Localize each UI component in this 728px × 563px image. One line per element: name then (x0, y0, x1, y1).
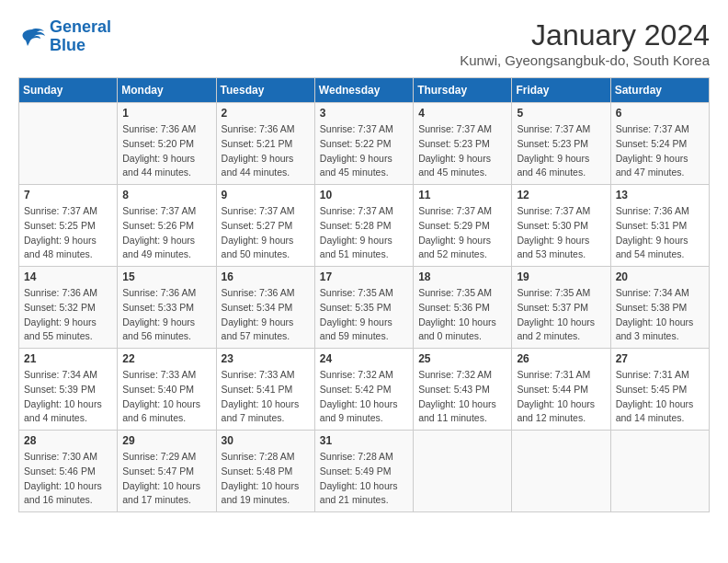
calendar-cell (414, 431, 512, 512)
day-number: 28 (24, 434, 112, 447)
day-info: Sunrise: 7:36 AMSunset: 5:34 PMDaylight:… (222, 286, 310, 344)
calendar-cell: 14Sunrise: 7:36 AMSunset: 5:32 PMDayligh… (19, 267, 118, 349)
calendar-cell: 31Sunrise: 7:28 AMSunset: 5:49 PMDayligh… (314, 431, 413, 512)
logo-icon (18, 26, 46, 48)
day-number: 7 (24, 189, 112, 201)
calendar-cell: 19Sunrise: 7:35 AMSunset: 5:37 PMDayligh… (512, 267, 610, 349)
day-info: Sunrise: 7:36 AMSunset: 5:20 PMDaylight:… (122, 122, 210, 180)
day-number: 11 (418, 189, 506, 201)
day-info: Sunrise: 7:37 AMSunset: 5:23 PMDaylight:… (418, 122, 506, 180)
day-number: 27 (616, 352, 704, 365)
day-number: 13 (616, 189, 704, 201)
calendar-cell (610, 431, 709, 512)
day-info: Sunrise: 7:37 AMSunset: 5:28 PMDaylight:… (320, 204, 408, 262)
calendar-cell: 29Sunrise: 7:29 AMSunset: 5:47 PMDayligh… (118, 431, 216, 512)
day-number: 3 (320, 107, 408, 120)
calendar-cell: 27Sunrise: 7:31 AMSunset: 5:45 PMDayligh… (610, 349, 709, 431)
day-info: Sunrise: 7:36 AMSunset: 5:33 PMDaylight:… (122, 286, 210, 344)
calendar-cell: 28Sunrise: 7:30 AMSunset: 5:46 PMDayligh… (19, 431, 118, 512)
day-info: Sunrise: 7:34 AMSunset: 5:38 PMDaylight:… (616, 286, 704, 344)
calendar-cell: 30Sunrise: 7:28 AMSunset: 5:48 PMDayligh… (216, 431, 314, 512)
day-info: Sunrise: 7:28 AMSunset: 5:49 PMDaylight:… (320, 450, 408, 508)
day-number: 26 (517, 352, 605, 365)
day-number: 31 (320, 434, 408, 447)
calendar-cell: 6Sunrise: 7:37 AMSunset: 5:24 PMDaylight… (610, 103, 709, 185)
day-number: 12 (517, 189, 605, 201)
day-info: Sunrise: 7:35 AMSunset: 5:35 PMDaylight:… (320, 286, 408, 344)
day-number: 6 (616, 107, 704, 120)
calendar-cell: 13Sunrise: 7:36 AMSunset: 5:31 PMDayligh… (610, 185, 709, 267)
day-number: 17 (320, 270, 408, 283)
weekday-header-thursday: Thursday (414, 78, 512, 103)
calendar-cell: 9Sunrise: 7:37 AMSunset: 5:27 PMDaylight… (216, 185, 314, 267)
calendar-cell: 15Sunrise: 7:36 AMSunset: 5:33 PMDayligh… (118, 267, 216, 349)
calendar-table: SundayMondayTuesdayWednesdayThursdayFrid… (18, 77, 710, 512)
calendar-cell: 20Sunrise: 7:34 AMSunset: 5:38 PMDayligh… (610, 267, 709, 349)
day-info: Sunrise: 7:37 AMSunset: 5:30 PMDaylight:… (517, 204, 605, 262)
day-info: Sunrise: 7:36 AMSunset: 5:31 PMDaylight:… (616, 204, 704, 262)
weekday-header-tuesday: Tuesday (216, 78, 314, 103)
day-info: Sunrise: 7:37 AMSunset: 5:22 PMDaylight:… (320, 122, 408, 180)
day-info: Sunrise: 7:33 AMSunset: 5:40 PMDaylight:… (122, 368, 210, 426)
day-info: Sunrise: 7:37 AMSunset: 5:27 PMDaylight:… (222, 204, 310, 262)
calendar-cell: 24Sunrise: 7:32 AMSunset: 5:42 PMDayligh… (314, 349, 413, 431)
weekday-header-wednesday: Wednesday (314, 78, 413, 103)
subtitle: Kunwi, Gyeongsangbuk-do, South Korea (460, 52, 710, 68)
day-number: 16 (222, 270, 310, 283)
day-info: Sunrise: 7:30 AMSunset: 5:46 PMDaylight:… (24, 450, 112, 508)
day-number: 20 (616, 270, 704, 283)
day-info: Sunrise: 7:35 AMSunset: 5:36 PMDaylight:… (418, 286, 506, 344)
day-info: Sunrise: 7:29 AMSunset: 5:47 PMDaylight:… (122, 450, 210, 508)
day-number: 24 (320, 352, 408, 365)
weekday-header-sunday: Sunday (19, 78, 118, 103)
day-info: Sunrise: 7:36 AMSunset: 5:21 PMDaylight:… (222, 122, 310, 180)
day-info: Sunrise: 7:33 AMSunset: 5:41 PMDaylight:… (222, 368, 310, 426)
day-info: Sunrise: 7:37 AMSunset: 5:26 PMDaylight:… (122, 204, 210, 262)
day-number: 2 (222, 107, 310, 120)
day-info: Sunrise: 7:32 AMSunset: 5:43 PMDaylight:… (418, 368, 506, 426)
calendar-cell: 22Sunrise: 7:33 AMSunset: 5:40 PMDayligh… (118, 349, 216, 431)
calendar-cell: 4Sunrise: 7:37 AMSunset: 5:23 PMDaylight… (414, 103, 512, 185)
day-number: 25 (418, 352, 506, 365)
calendar-cell: 16Sunrise: 7:36 AMSunset: 5:34 PMDayligh… (216, 267, 314, 349)
day-info: Sunrise: 7:31 AMSunset: 5:45 PMDaylight:… (616, 368, 704, 426)
calendar-cell: 5Sunrise: 7:37 AMSunset: 5:23 PMDaylight… (512, 103, 610, 185)
logo: General Blue (18, 18, 111, 55)
day-number: 29 (122, 434, 210, 447)
day-info: Sunrise: 7:35 AMSunset: 5:37 PMDaylight:… (517, 286, 605, 344)
day-number: 14 (24, 270, 112, 283)
calendar-cell: 17Sunrise: 7:35 AMSunset: 5:35 PMDayligh… (314, 267, 413, 349)
calendar-cell: 1Sunrise: 7:36 AMSunset: 5:20 PMDaylight… (118, 103, 216, 185)
day-info: Sunrise: 7:37 AMSunset: 5:29 PMDaylight:… (418, 204, 506, 262)
day-number: 18 (418, 270, 506, 283)
calendar-cell: 3Sunrise: 7:37 AMSunset: 5:22 PMDaylight… (314, 103, 413, 185)
calendar-cell (19, 103, 118, 185)
day-number: 10 (320, 189, 408, 201)
day-info: Sunrise: 7:37 AMSunset: 5:23 PMDaylight:… (517, 122, 605, 180)
calendar-cell: 12Sunrise: 7:37 AMSunset: 5:30 PMDayligh… (512, 185, 610, 267)
calendar-cell: 2Sunrise: 7:36 AMSunset: 5:21 PMDaylight… (216, 103, 314, 185)
day-info: Sunrise: 7:31 AMSunset: 5:44 PMDaylight:… (517, 368, 605, 426)
day-number: 8 (122, 189, 210, 201)
day-number: 23 (222, 352, 310, 365)
day-info: Sunrise: 7:37 AMSunset: 5:25 PMDaylight:… (24, 204, 112, 262)
title-section: January 2024 Kunwi, Gyeongsangbuk-do, So… (460, 18, 710, 68)
calendar-cell: 18Sunrise: 7:35 AMSunset: 5:36 PMDayligh… (414, 267, 512, 349)
day-number: 5 (517, 107, 605, 120)
calendar-cell: 21Sunrise: 7:34 AMSunset: 5:39 PMDayligh… (19, 349, 118, 431)
day-info: Sunrise: 7:36 AMSunset: 5:32 PMDaylight:… (24, 286, 112, 344)
calendar-cell: 7Sunrise: 7:37 AMSunset: 5:25 PMDaylight… (19, 185, 118, 267)
day-number: 15 (122, 270, 210, 283)
day-number: 4 (418, 107, 506, 120)
day-number: 9 (222, 189, 310, 201)
day-info: Sunrise: 7:32 AMSunset: 5:42 PMDaylight:… (320, 368, 408, 426)
day-number: 22 (122, 352, 210, 365)
calendar-cell: 8Sunrise: 7:37 AMSunset: 5:26 PMDaylight… (118, 185, 216, 267)
day-info: Sunrise: 7:28 AMSunset: 5:48 PMDaylight:… (222, 450, 310, 508)
day-number: 30 (222, 434, 310, 447)
calendar-cell (512, 431, 610, 512)
calendar-cell: 26Sunrise: 7:31 AMSunset: 5:44 PMDayligh… (512, 349, 610, 431)
calendar-cell: 23Sunrise: 7:33 AMSunset: 5:41 PMDayligh… (216, 349, 314, 431)
day-info: Sunrise: 7:34 AMSunset: 5:39 PMDaylight:… (24, 368, 112, 426)
logo-text: General Blue (50, 18, 111, 55)
